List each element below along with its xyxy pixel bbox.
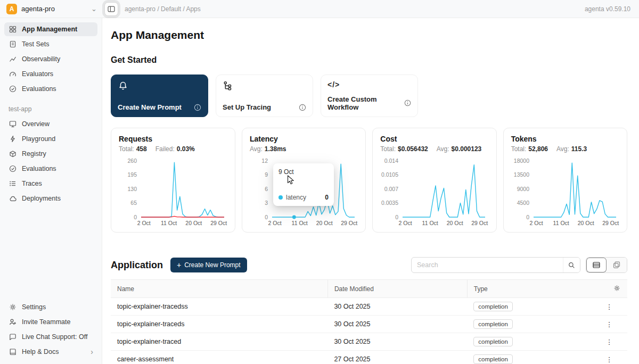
sidebar-item-help-docs[interactable]: Help & Docs › [4,345,97,359]
type-badge: completion [473,337,513,346]
sidebar-item-live-chat[interactable]: Live Chat Support: Off [4,330,97,344]
application-section: Application + Create New Prompt [111,257,627,364]
create-custom-workflow-card[interactable]: </> Create Custom Workflow [321,75,418,117]
chart-tooltip: 9 Oct latency 0 [273,163,334,206]
row-menu-button[interactable]: ⋮ [591,298,627,316]
app-name: topic-explainer-tracedss [111,298,327,316]
cost-metric-card: Cost Total:$0.056432 Avg:$0.000123 00.00… [372,128,496,233]
sidebar-item-label: Evaluations [22,85,56,93]
sidebar-item-label: Traces [22,180,42,187]
tokens-chart-svg: 04500900013500180002 Oct11 Oct20 Oct29 O… [511,158,619,228]
requests-chart[interactable]: 0651301952602 Oct11 Oct20 Oct29 Oct [119,158,227,228]
sidebar-item-evaluations[interactable]: Evaluations [4,82,97,96]
document-icon [9,40,17,48]
row-menu-button[interactable]: ⋮ [591,333,627,351]
sidebar-item-label: Evaluators [22,70,53,78]
sidebar: App Management Test Sets Observability E… [0,18,102,364]
card-label: Set Up Tracing [223,103,271,111]
sidebar-item-label: App Management [22,26,77,33]
sidebar-item-label: Overview [22,120,50,128]
sidebar-item-label: Settings [22,303,46,311]
package-icon [9,150,17,158]
prompt-bell-icon [118,80,128,91]
sidebar-item-label: Observability [22,55,60,63]
sidebar-item-deployments[interactable]: Deployments [4,192,97,205]
svg-text:4500: 4500 [517,200,529,206]
table-view-icon [592,261,601,269]
sidebar-item-test-sets[interactable]: Test Sets [4,37,97,51]
metric-stat: Avg:115.3 [556,145,587,153]
app-name: topic-explainer-traced [111,333,327,351]
chat-icon [9,333,17,341]
app-name: topic-explainer-traceds [111,316,327,333]
sidebar-item-invite-teammate[interactable]: Invite Teammate [4,315,97,329]
metric-title: Latency [250,135,358,143]
svg-text:2 Oct: 2 Oct [137,220,151,226]
sidebar-item-overview[interactable]: Overview [4,117,97,131]
metric-title: Requests [119,135,227,143]
svg-text:20 Oct: 20 Oct [447,220,463,226]
user-plus-icon [9,318,17,326]
svg-text:0: 0 [265,214,268,220]
sidebar-item-registry[interactable]: Registry [4,147,97,161]
tokens-chart[interactable]: 04500900013500180002 Oct11 Oct20 Oct29 O… [511,158,619,228]
app-version: agenta v0.59.10 [585,5,630,13]
info-icon[interactable] [404,100,411,107]
column-header-type: Type [467,280,591,298]
sidebar-item-label: Test Sets [22,40,49,48]
table-row[interactable]: topic-explainer-traced 30 Oct 2025 compl… [111,333,627,351]
info-icon[interactable] [299,104,306,111]
sidebar-item-settings[interactable]: Settings [4,300,97,314]
card-view-icon [612,261,621,269]
svg-text:0.0035: 0.0035 [381,200,398,206]
sidebar-toggle-button[interactable] [104,2,118,16]
mouse-cursor [287,175,295,185]
cost-chart[interactable]: 00.00350.0070.01050.0142 Oct11 Oct20 Oct… [380,158,488,228]
row-menu-button[interactable]: ⋮ [591,351,627,364]
breadcrumb[interactable]: agenta-pro / Default / Apps [125,5,201,13]
svg-text:29 Oct: 29 Oct [341,220,357,226]
table-row[interactable]: topic-explainer-tracedss 30 Oct 2025 com… [111,298,627,316]
metric-title: Tokens [511,135,619,143]
search-input[interactable] [412,261,563,269]
card-label: Create New Prompt [118,103,182,111]
svg-text:9000: 9000 [517,186,529,192]
table-row[interactable]: topic-explainer-traceds 30 Oct 2025 comp… [111,316,627,333]
create-new-prompt-card[interactable]: Create New Prompt [111,75,208,117]
table-settings-icon[interactable] [613,284,621,292]
svg-text:3: 3 [265,200,268,206]
cost-chart-svg: 00.00350.0070.01050.0142 Oct11 Oct20 Oct… [380,158,488,228]
sidebar-item-app-evaluations[interactable]: Evaluations [4,162,97,176]
svg-text:29 Oct: 29 Oct [210,220,227,226]
sidebar-item-app-management[interactable]: App Management [4,22,97,36]
sidebar-item-traces[interactable]: Traces [4,177,97,191]
sidebar-item-playground[interactable]: Playground [4,132,97,146]
code-icon: </> [327,80,340,89]
svg-text:2 Oct: 2 Oct [399,220,412,226]
sidebar-item-label: Live Chat Support: Off [22,333,87,341]
set-up-tracing-card[interactable]: Set Up Tracing [216,75,313,117]
workspace-avatar: A [6,4,17,14]
requests-metric-card: Requests Total:458 Failed:0.03% 06513019… [111,128,235,233]
table-view-button[interactable] [586,258,607,272]
svg-text:29 Oct: 29 Oct [602,220,619,226]
tooltip-date: 9 Oct [278,168,329,176]
search-box [411,257,580,273]
search-icon [568,261,576,269]
row-menu-button[interactable]: ⋮ [591,316,627,333]
search-button[interactable] [563,258,580,272]
svg-text:6: 6 [265,186,268,192]
svg-text:11 Oct: 11 Oct [422,220,438,226]
topbar: A agenta-pro ⌄ agenta-pro / Default / Ap… [0,0,639,18]
create-new-prompt-button[interactable]: + Create New Prompt [170,258,247,272]
table-row[interactable]: career-assessment 27 Oct 2025 completion… [111,351,627,364]
sidebar-item-observability[interactable]: Observability [4,52,97,66]
workspace-selector[interactable]: A agenta-pro ⌄ [0,4,102,14]
svg-text:11 Oct: 11 Oct [553,220,569,226]
svg-text:0: 0 [526,214,529,220]
sidebar-item-evaluators[interactable]: Evaluators [4,67,97,81]
svg-text:0: 0 [395,214,398,220]
chevron-right-icon: › [91,348,93,356]
info-icon[interactable] [194,104,201,111]
card-view-button[interactable] [607,258,627,272]
